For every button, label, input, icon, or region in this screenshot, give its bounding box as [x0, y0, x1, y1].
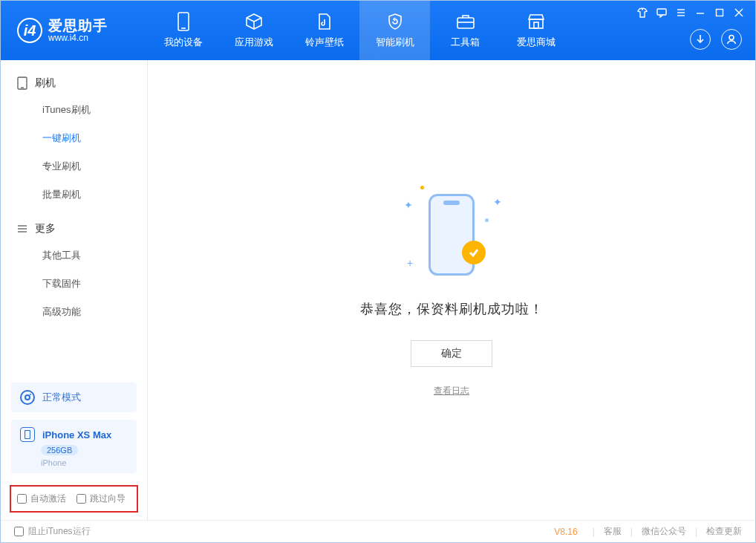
main-content: ✦ ✦ + 恭喜您，保资料刷机成功啦！ 确定 查看日志: [148, 60, 755, 520]
ok-button[interactable]: 确定: [411, 340, 492, 367]
tab-smart-flash[interactable]: 智能刷机: [359, 1, 430, 60]
skin-icon[interactable]: [636, 7, 648, 19]
device-icon: [17, 77, 27, 90]
sidebar: 刷机 iTunes刷机 一键刷机 专业刷机 批量刷机 更多 其他工具 下载固件 …: [1, 60, 148, 520]
device-mode-card[interactable]: 正常模式: [11, 383, 137, 412]
app-subtitle: www.i4.cn: [48, 33, 108, 43]
checkbox-block-itunes[interactable]: 阻止iTunes运行: [14, 525, 91, 538]
sidebar-group-flash: 刷机: [1, 71, 147, 96]
music-file-icon: [315, 12, 334, 31]
close-button[interactable]: [733, 7, 745, 19]
maximize-button[interactable]: [714, 7, 726, 19]
tab-apps-games[interactable]: 应用游戏: [218, 1, 289, 60]
success-message: 恭喜您，保资料刷机成功啦！: [360, 300, 544, 318]
support-link[interactable]: 客服: [604, 525, 622, 538]
phone-illustration-icon: [428, 194, 475, 276]
sidebar-item-onekey-flash[interactable]: 一键刷机: [1, 124, 147, 152]
flash-options-box: 自动激活 跳过向导: [10, 485, 138, 513]
sparkle-icon: ✦: [404, 199, 413, 211]
svg-rect-12: [717, 10, 723, 16]
dot-decoration: [485, 218, 489, 222]
check-update-link[interactable]: 检查更新: [706, 525, 742, 538]
svg-rect-5: [534, 22, 538, 28]
svg-point-6: [729, 36, 734, 40]
account-button[interactable]: [721, 29, 742, 50]
shield-refresh-icon: [385, 12, 405, 31]
logo-icon: i4: [17, 18, 42, 43]
tab-store[interactable]: 爱思商城: [501, 1, 571, 60]
mode-icon: [20, 390, 35, 405]
tab-ringtone-wallpaper[interactable]: 铃声壁纸: [289, 1, 359, 60]
version-label: V8.16: [554, 527, 577, 537]
sidebar-item-advanced[interactable]: 高级功能: [1, 298, 147, 326]
header-right-actions: [690, 29, 742, 50]
store-icon: [527, 12, 546, 31]
status-bar: 阻止iTunes运行 V8.16 | 客服 | 微信公众号 | 检查更新: [1, 520, 755, 542]
sidebar-item-batch-flash[interactable]: 批量刷机: [1, 181, 147, 209]
sparkle-icon: +: [407, 257, 413, 269]
app-logo: i4 爱思助手 www.i4.cn: [1, 18, 148, 43]
svg-rect-7: [657, 9, 666, 15]
tab-toolbox[interactable]: 工具箱: [430, 1, 501, 60]
check-badge-icon: [462, 241, 486, 264]
sidebar-item-other-tools[interactable]: 其他工具: [1, 241, 147, 270]
svg-point-20: [25, 395, 30, 400]
tab-my-device[interactable]: 我的设备: [148, 1, 218, 60]
device-storage-badge: 256GB: [41, 445, 78, 455]
svg-rect-4: [529, 19, 543, 28]
sparkle-icon: ✦: [493, 196, 502, 208]
app-title: 爱思助手: [48, 19, 108, 33]
view-log-link[interactable]: 查看日志: [434, 385, 469, 397]
phone-icon: [174, 12, 193, 31]
phone-small-icon: [20, 427, 35, 442]
sidebar-item-pro-flash[interactable]: 专业刷机: [1, 152, 147, 181]
svg-rect-2: [457, 18, 474, 28]
checkbox-auto-activate[interactable]: 自动激活: [17, 492, 66, 505]
device-card[interactable]: iPhone XS Max 256GB iPhone: [11, 420, 137, 473]
menu-icon[interactable]: [675, 7, 687, 19]
list-icon: [17, 224, 27, 234]
dot-decoration: [420, 186, 424, 189]
sidebar-item-itunes-flash[interactable]: iTunes刷机: [1, 96, 147, 124]
sidebar-item-download-firmware[interactable]: 下载固件: [1, 270, 147, 298]
main-tabs: 我的设备 应用游戏 铃声壁纸 智能刷机 工具箱 爱思商城: [148, 1, 571, 60]
window-controls: [636, 7, 745, 19]
cube-icon: [244, 12, 264, 31]
svg-point-21: [30, 394, 31, 395]
wechat-link[interactable]: 微信公众号: [642, 525, 686, 538]
checkbox-skip-guide[interactable]: 跳过向导: [76, 492, 126, 505]
success-illustration: ✦ ✦ +: [400, 183, 504, 287]
device-name: iPhone XS Max: [42, 429, 111, 440]
minimize-button[interactable]: [694, 7, 706, 19]
svg-rect-22: [25, 431, 30, 439]
download-button[interactable]: [690, 29, 711, 50]
feedback-icon[interactable]: [656, 7, 668, 19]
sidebar-group-more: 更多: [1, 216, 147, 241]
device-mode-label: 正常模式: [42, 391, 81, 404]
device-type: iPhone: [41, 458, 66, 467]
toolbox-icon: [456, 12, 475, 31]
app-header: i4 爱思助手 www.i4.cn 我的设备 应用游戏 铃声壁纸 智能刷机 工具…: [1, 1, 755, 60]
